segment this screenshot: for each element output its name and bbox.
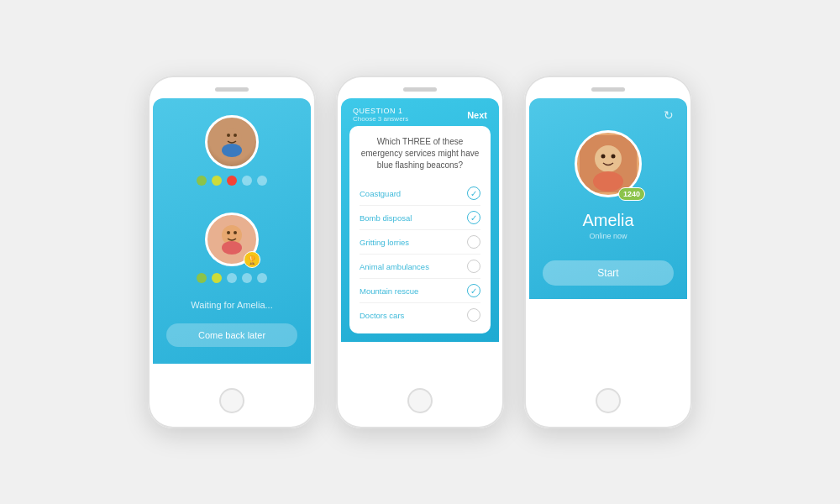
option-gritting[interactable]: Gritting lorries	[360, 230, 480, 255]
choose-label: Choose 3 answers	[353, 115, 408, 123]
phone-speaker-1	[215, 87, 249, 92]
svg-point-2	[234, 134, 237, 137]
svg-point-11	[601, 155, 606, 159]
svg-point-6	[234, 231, 237, 234]
svg-point-7	[222, 241, 242, 255]
quiz-question: Which THREE of these emergency services …	[360, 136, 480, 171]
waiting-text: Waiting for Amelia...	[191, 300, 272, 310]
phone-speaker-2	[403, 87, 437, 92]
quiz-header: QUESTION 1 Choose 3 answers Next	[341, 98, 499, 126]
next-button[interactable]: Next	[467, 110, 487, 120]
screen-quiz: QUESTION 1 Choose 3 answers Next Which T…	[341, 98, 499, 381]
score-badge: 1240	[618, 187, 645, 201]
option-coastguard[interactable]: Coastguard ✓	[360, 181, 480, 206]
refresh-icon[interactable]: ↻	[664, 108, 674, 122]
phone-profile: ↻ 1240 Amelia On	[524, 76, 692, 428]
home-button-2[interactable]	[407, 388, 433, 413]
dot-6	[197, 273, 207, 283]
svg-point-12	[612, 155, 616, 159]
check-bomb: ✓	[467, 211, 480, 224]
svg-point-5	[227, 231, 230, 234]
check-gritting	[467, 235, 480, 249]
option-doctors[interactable]: Doctors cars	[360, 303, 480, 327]
online-status: Online now	[589, 232, 627, 240]
screen-waiting: 🏆 Waiting for Amelia... Come back later	[153, 98, 311, 381]
player1-avatar	[205, 115, 259, 169]
dot-9	[242, 273, 252, 283]
start-button[interactable]: Start	[543, 260, 674, 286]
home-button-1[interactable]	[219, 388, 244, 413]
home-button-3[interactable]	[596, 388, 621, 413]
check-animal	[467, 260, 480, 273]
check-doctors	[467, 308, 480, 322]
dot-8	[227, 273, 237, 283]
dot-10	[257, 273, 267, 283]
dot-3	[227, 176, 237, 186]
option-bomb[interactable]: Bomb disposal ✓	[360, 206, 480, 230]
dot-4	[242, 176, 252, 186]
svg-point-1	[227, 134, 230, 137]
screen-profile: ↻ 1240 Amelia On	[529, 98, 687, 381]
check-mountain: ✓	[467, 284, 480, 297]
dot-5	[257, 176, 267, 186]
come-back-button[interactable]: Come back later	[166, 323, 297, 347]
question-number: QUESTION 1	[353, 107, 408, 115]
phone-waiting: 🏆 Waiting for Amelia... Come back later	[148, 76, 316, 428]
phone-speaker-3	[591, 87, 625, 92]
phone-quiz: QUESTION 1 Choose 3 answers Next Which T…	[336, 76, 504, 428]
avatar-score-container: 1240	[575, 130, 642, 197]
option-animal[interactable]: Animal ambulances	[360, 255, 480, 279]
dot-1	[197, 176, 207, 186]
svg-point-3	[222, 144, 242, 157]
player1-dots	[197, 176, 267, 186]
dot-2	[212, 176, 222, 186]
phones-container: 🏆 Waiting for Amelia... Come back later	[148, 76, 692, 428]
dot-7	[212, 273, 222, 283]
svg-point-9	[595, 145, 622, 172]
option-mountain[interactable]: Mountain rescue ✓	[360, 279, 480, 303]
quiz-card: Which THREE of these emergency services …	[349, 126, 491, 333]
player2-dots	[197, 273, 267, 283]
svg-point-10	[593, 171, 623, 192]
trophy-badge: 🏆	[244, 251, 260, 268]
profile-name: Amelia	[582, 211, 633, 230]
check-coastguard: ✓	[467, 186, 480, 200]
